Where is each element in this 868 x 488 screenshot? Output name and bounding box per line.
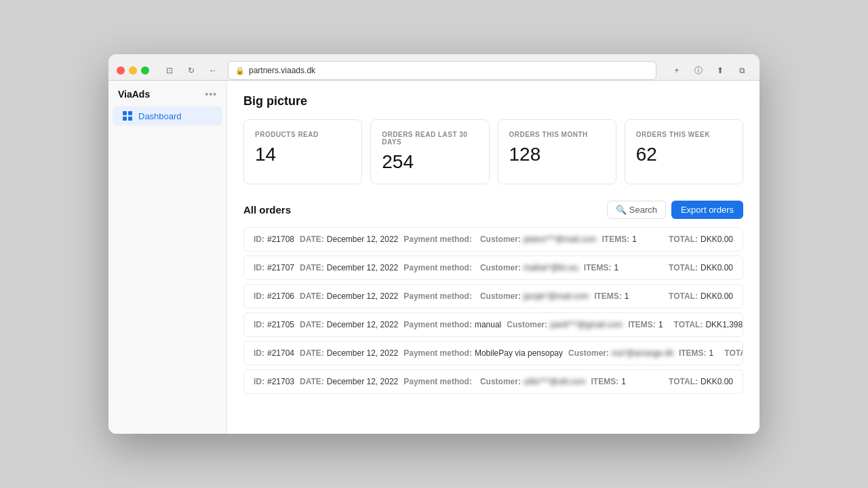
stat-card-orders-week: ORDERS THIS WEEK 62 bbox=[625, 119, 743, 184]
dashboard-icon bbox=[122, 110, 133, 121]
order-items: 1 bbox=[614, 263, 619, 272]
order-items: 1 bbox=[621, 377, 626, 386]
order-id: #21704 bbox=[267, 348, 294, 358]
lock-icon: 🔒 bbox=[235, 66, 245, 75]
info-button[interactable]: ⓘ bbox=[689, 63, 708, 78]
order-customer: ma*@arrange.dk bbox=[612, 348, 673, 358]
order-payment-field: Payment method: bbox=[403, 235, 475, 244]
order-total: DKK1,398.00 bbox=[705, 320, 743, 329]
order-payment: MobilePay via pensopay bbox=[475, 348, 563, 358]
tabs-button[interactable]: ⧉ bbox=[732, 63, 751, 78]
order-date-field: DATE: December 12, 2022 bbox=[300, 235, 398, 244]
order-date: December 12, 2022 bbox=[327, 348, 398, 358]
browser-right-controls: + ⓘ ⬆ ⧉ bbox=[667, 63, 751, 78]
order-customer: jacqie*@mail.com bbox=[524, 291, 589, 301]
browser-chrome: ⊡ ↻ ← 🔒 partners.viaads.dk + ⓘ ⬆ ⧉ bbox=[108, 54, 760, 81]
order-total-field: TOTAL: DKK1,398.00 bbox=[674, 320, 743, 329]
browser-content: ViaAds ••• Dashboard Big picture bbox=[108, 81, 760, 434]
order-total-field: TOTAL: DKK0.00 bbox=[669, 291, 733, 301]
search-button[interactable]: 🔍 Search bbox=[607, 201, 666, 219]
svg-rect-2 bbox=[123, 117, 127, 121]
order-row[interactable]: ID: #21704 DATE: December 12, 2022 Payme… bbox=[243, 341, 743, 365]
order-customer-field: Customer: jacqie*@mail.com bbox=[480, 291, 589, 301]
order-id-field: ID: #21705 bbox=[254, 320, 294, 329]
order-id-field: ID: #21706 bbox=[254, 291, 294, 301]
order-date: December 12, 2022 bbox=[327, 377, 398, 386]
order-row[interactable]: ID: #21706 DATE: December 12, 2022 Payme… bbox=[243, 284, 743, 308]
order-date: December 12, 2022 bbox=[327, 263, 398, 272]
sidebar-header: ViaAds ••• bbox=[108, 89, 226, 106]
order-date-field: DATE: December 12, 2022 bbox=[300, 291, 398, 301]
order-payment-field: Payment method: manual bbox=[403, 320, 501, 329]
order-customer: panit***@gmail.com bbox=[550, 320, 623, 329]
order-customer-field: Customer: ma*@arrange.dk bbox=[568, 348, 673, 358]
export-orders-button[interactable]: Export orders bbox=[671, 201, 743, 219]
address-bar[interactable]: 🔒 partners.viaads.dk bbox=[228, 61, 656, 80]
stat-label-products-read: PRODUCTS READ bbox=[255, 131, 351, 138]
order-items: 1 bbox=[709, 348, 714, 358]
stat-label-orders-week: ORDERS THIS WEEK bbox=[636, 131, 732, 138]
order-total: DKK0.00 bbox=[701, 291, 733, 301]
order-date: December 12, 2022 bbox=[327, 320, 398, 329]
order-items-field: ITEMS: 1 bbox=[584, 263, 618, 272]
search-icon: 🔍 bbox=[616, 205, 627, 215]
sidebar-toggle-button[interactable]: ⊡ bbox=[160, 63, 179, 78]
new-tab-button[interactable]: + bbox=[667, 63, 686, 78]
svg-rect-1 bbox=[128, 111, 132, 115]
browser-window: ⊡ ↻ ← 🔒 partners.viaads.dk + ⓘ ⬆ ⧉ ViaAd… bbox=[108, 54, 760, 434]
reload-button[interactable]: ↻ bbox=[182, 63, 201, 78]
page-title: Big picture bbox=[243, 94, 743, 108]
sidebar-item-label: Dashboard bbox=[138, 111, 182, 121]
orders-actions: 🔍 Search Export orders bbox=[607, 201, 743, 219]
order-row[interactable]: ID: #21705 DATE: December 12, 2022 Payme… bbox=[243, 312, 743, 337]
browser-controls: ⊡ ↻ ← bbox=[160, 63, 222, 78]
order-id-field: ID: #21704 bbox=[254, 348, 294, 358]
order-id: #21705 bbox=[267, 320, 294, 329]
order-payment: manual bbox=[475, 320, 501, 329]
order-payment-field: Payment method: bbox=[403, 263, 475, 272]
order-row[interactable]: ID: #21708 DATE: December 12, 2022 Payme… bbox=[243, 227, 743, 251]
order-total-field: TOTAL: DKK1,099.00 bbox=[724, 348, 743, 358]
order-total: DKK0.00 bbox=[701, 377, 733, 386]
search-label: Search bbox=[629, 205, 657, 215]
traffic-lights bbox=[117, 66, 149, 75]
orders-section-title: All orders bbox=[243, 204, 291, 216]
order-date-field: DATE: December 12, 2022 bbox=[300, 263, 398, 272]
order-items-field: ITEMS: 1 bbox=[628, 320, 663, 329]
order-customer-field: Customer: utiliz***@util.com bbox=[480, 377, 586, 386]
sidebar-title: ViaAds bbox=[118, 89, 150, 100]
order-id: #21708 bbox=[267, 235, 294, 244]
order-items-field: ITEMS: 1 bbox=[602, 235, 637, 244]
close-button[interactable] bbox=[117, 66, 125, 75]
minimize-button[interactable] bbox=[129, 66, 137, 75]
url-text: partners.viaads.dk bbox=[249, 66, 315, 75]
order-id: #21703 bbox=[267, 377, 294, 386]
order-items-field: ITEMS: 1 bbox=[679, 348, 713, 358]
maximize-button[interactable] bbox=[141, 66, 149, 75]
order-total-field: TOTAL: DKK0.00 bbox=[669, 235, 733, 244]
stat-value-orders-month: 128 bbox=[509, 144, 605, 165]
order-customer: peters***@mail.com bbox=[524, 235, 597, 244]
order-total: DKK0.00 bbox=[701, 263, 733, 272]
order-items: 1 bbox=[632, 235, 637, 244]
order-id: #21706 bbox=[267, 291, 294, 301]
sidebar: ViaAds ••• Dashboard bbox=[108, 81, 227, 434]
main-content: Big picture PRODUCTS READ 14 ORDERS READ… bbox=[227, 81, 760, 434]
stat-card-orders-30: ORDERS READ LAST 30 DAYS 254 bbox=[370, 119, 489, 184]
stat-card-products-read: PRODUCTS READ 14 bbox=[243, 119, 362, 184]
sidebar-menu-button[interactable]: ••• bbox=[205, 89, 217, 100]
order-customer: maline*@lin.eu bbox=[524, 263, 578, 272]
order-id-field: ID: #21703 bbox=[254, 377, 294, 386]
browser-top-bar: ⊡ ↻ ← 🔒 partners.viaads.dk + ⓘ ⬆ ⧉ bbox=[117, 61, 751, 80]
orders-header: All orders 🔍 Search Export orders bbox=[243, 201, 743, 219]
sidebar-item-dashboard[interactable]: Dashboard bbox=[113, 106, 222, 125]
order-total: DKK0.00 bbox=[701, 235, 733, 244]
order-id-field: ID: #21708 bbox=[254, 235, 294, 244]
order-row[interactable]: ID: #21707 DATE: December 12, 2022 Payme… bbox=[243, 256, 743, 280]
svg-rect-0 bbox=[123, 111, 127, 115]
order-row[interactable]: ID: #21703 DATE: December 12, 2022 Payme… bbox=[243, 369, 743, 394]
back-button[interactable]: ← bbox=[203, 63, 222, 78]
share-button[interactable]: ⬆ bbox=[711, 63, 730, 78]
order-customer-field: Customer: panit***@gmail.com bbox=[507, 320, 623, 329]
order-date-field: DATE: December 12, 2022 bbox=[300, 377, 398, 386]
